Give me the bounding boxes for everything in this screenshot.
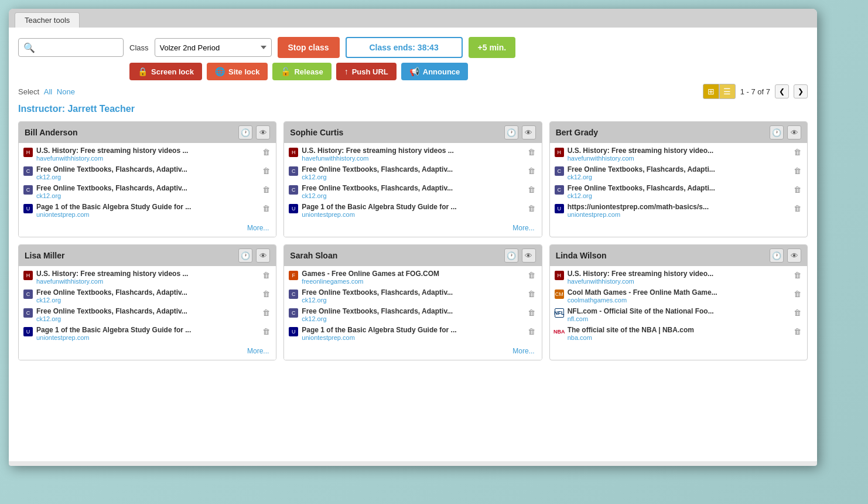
eye-icon-button[interactable]: 👁 [787,125,801,139]
tab-delete-button[interactable]: 🗑 [527,203,537,213]
plus5-button[interactable]: +5 min. [469,37,516,58]
tab-url[interactable]: uniontestprep.com [36,334,257,341]
tab-delete-button[interactable]: 🗑 [261,184,271,195]
more-link[interactable]: More... [289,222,536,233]
eye-icon-button[interactable]: 👁 [256,125,270,139]
instructor-label: Instructor: Jarrett Teacher [18,104,808,114]
tab-title: Free Online Textbooks, Flashcards, Adapt… [568,184,788,192]
tab-delete-button[interactable]: 🗑 [527,288,537,299]
lock-icon: 🔒 [138,67,148,76]
tab-url[interactable]: uniontestprep.com [302,211,522,218]
tab-delete-button[interactable]: 🗑 [792,307,802,318]
tab-entry: CFree Online Textbooks, Flashcards, Adap… [289,184,536,199]
tab-url[interactable]: freeonlinegames.com [302,278,522,285]
tab-delete-button[interactable]: 🗑 [792,203,802,213]
tab-delete-button[interactable]: 🗑 [792,270,802,280]
tab-url[interactable]: havefunwithhistory.com [568,155,788,162]
class-select[interactable]: Volzer 2nd Period Period 1 Period 3 [155,38,272,57]
tab-delete-button[interactable]: 🗑 [527,147,537,157]
eye-icon-button[interactable]: 👁 [787,248,801,263]
header-icons: 🕐👁 [770,125,801,139]
tab-delete-button[interactable]: 🗑 [261,288,271,299]
more-link[interactable]: More... [289,345,536,356]
tab-entry: NBAThe official site of the NBA | NBA.co… [555,326,802,341]
tab-delete-button[interactable]: 🗑 [527,326,537,336]
tab-url[interactable]: ck12.org [302,173,522,181]
class-label: Class [129,43,149,52]
tab-delete-button[interactable]: 🗑 [261,165,271,176]
list-view-button[interactable]: ☰ [719,84,736,99]
tab-url[interactable]: ck12.org [568,173,788,181]
tab-entry: UPage 1 of the Basic Algebra Study Guide… [23,203,271,218]
history-icon-button[interactable]: 🕐 [770,248,784,263]
history-icon-button[interactable]: 🕐 [504,248,518,263]
history-icon-button[interactable]: 🕐 [770,125,784,139]
eye-icon-button[interactable]: 👁 [256,248,270,263]
tab-url[interactable]: coolmathgames.com [568,297,788,304]
tab-favicon: NBA [555,327,564,336]
site-lock-button[interactable]: 🌐 Site lock [207,63,268,80]
screen-lock-button[interactable]: 🔒 Screen lock [129,63,202,80]
tab-delete-button[interactable]: 🗑 [527,307,537,318]
tab-url[interactable]: havefunwithhistory.com [568,278,788,285]
tab-delete-button[interactable]: 🗑 [261,203,271,213]
tab-url[interactable]: uniontestprep.com [36,211,257,218]
tab-delete-button[interactable]: 🗑 [792,288,802,299]
tab-url[interactable]: ck12.org [36,192,257,199]
tab-delete-button[interactable]: 🗑 [792,147,802,157]
tab-delete-button[interactable]: 🗑 [792,165,802,176]
history-icon-button[interactable]: 🕐 [504,125,518,139]
tab-url[interactable]: havefunwithhistory.com [36,155,257,162]
tab-url[interactable]: ck12.org [36,173,257,181]
push-url-button[interactable]: ↑ Push URL [336,63,397,80]
tab-title: Free Online Textbooks, Flashcards, Adapt… [302,184,522,192]
eye-icon-button[interactable]: 👁 [522,248,536,263]
more-link[interactable]: More... [23,222,271,233]
tab-delete-button[interactable]: 🗑 [527,165,537,176]
pagination-next-button[interactable]: ❯ [794,84,808,98]
tab-delete-button[interactable]: 🗑 [261,270,271,280]
announce-button[interactable]: 📢 Announce [401,63,469,80]
tab-url[interactable]: ck12.org [302,315,522,322]
select-none-link[interactable]: None [57,87,75,96]
tab-url[interactable]: ck12.org [36,297,257,304]
student-card-header: Sophie Curtis🕐👁 [284,122,541,143]
tab-delete-button[interactable]: 🗑 [527,184,537,195]
tab-delete-button[interactable]: 🗑 [261,147,271,157]
eye-icon-button[interactable]: 👁 [522,125,536,139]
tab-delete-button[interactable]: 🗑 [792,184,802,195]
tab-url[interactable]: nba.com [568,334,788,341]
tab-url[interactable]: ck12.org [302,297,522,304]
history-icon-button[interactable]: 🕐 [238,248,252,263]
teacher-tools-tab[interactable]: Teacher tools [15,12,80,28]
release-button[interactable]: 🔓 Release [272,63,331,80]
search-input[interactable] [37,43,114,52]
tab-title: Games - Free Online Games at FOG.COM [302,270,522,278]
tab-url[interactable]: uniontestprep.com [568,211,788,218]
tab-url[interactable]: havefunwithhistory.com [302,155,522,162]
pagination-prev-button[interactable]: ❮ [775,84,789,98]
tab-url[interactable]: ck12.org [568,192,788,199]
tab-info: Free Online Textbooks, Flashcards, Adapt… [568,165,788,181]
class-ends-button[interactable]: Class ends: 38:43 [346,37,463,58]
tab-title: Free Online Textbooks, Flashcards, Adapt… [302,165,522,173]
tab-url[interactable]: ck12.org [36,315,257,322]
history-icon-button[interactable]: 🕐 [238,125,252,139]
tab-entry: CFree Online Textbooks, Flashcards, Adap… [555,165,802,181]
grid-view-button[interactable]: ⊞ [703,84,719,99]
tab-url[interactable]: uniontestprep.com [302,334,522,341]
tab-url[interactable]: ck12.org [302,192,522,199]
tab-delete-button[interactable]: 🗑 [261,326,271,336]
search-box: 🔍 [18,38,124,57]
tab-url[interactable]: nfl.com [568,315,788,322]
tab-delete-button[interactable]: 🗑 [792,326,802,336]
tab-info: https://uniontestprep.com/math-basics/s.… [568,203,788,218]
view-buttons: ⊞ ☰ [703,84,736,99]
select-all-link[interactable]: All [44,87,52,96]
tab-delete-button[interactable]: 🗑 [261,307,271,318]
tab-url[interactable]: havefunwithhistory.com [36,278,257,285]
tab-favicon: U [289,327,298,336]
tab-delete-button[interactable]: 🗑 [527,270,537,280]
more-link[interactable]: More... [23,345,271,356]
stop-class-button[interactable]: Stop class [278,37,340,58]
